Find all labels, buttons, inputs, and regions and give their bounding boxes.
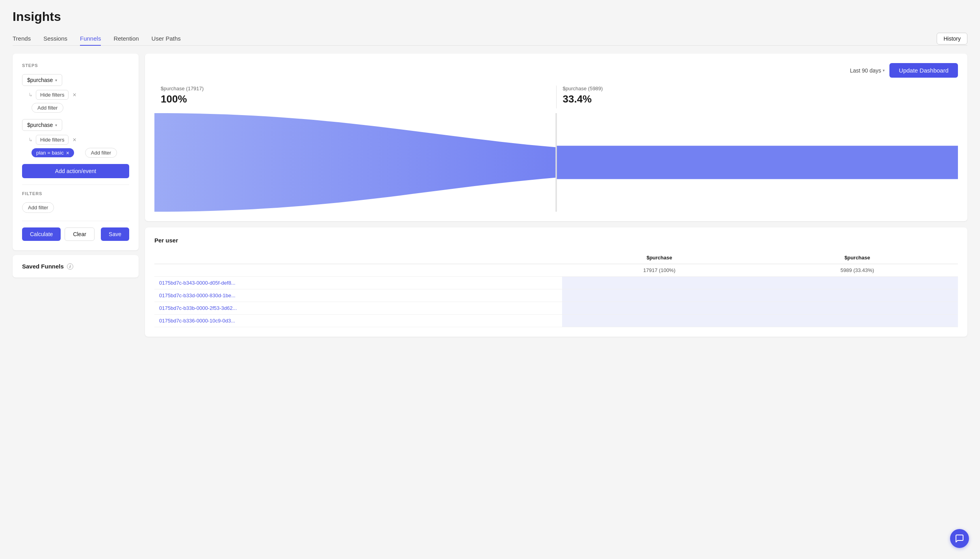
- row4-col1: [562, 315, 757, 327]
- saved-funnels-card: Saved Funnels i: [13, 255, 139, 278]
- divider-1: [22, 184, 129, 185]
- chart-card: Last 90 days ▾ Update Dashboard $purchas…: [145, 54, 967, 221]
- tab-sessions[interactable]: Sessions: [43, 32, 67, 46]
- per-user-title: Per user: [154, 237, 958, 244]
- row3-id[interactable]: 0175bd7c-b33b-0000-2f53-3d62...: [154, 302, 562, 315]
- steps-card: STEPS $purchase ▾ ↳ Hide filters × Add f…: [13, 54, 139, 250]
- clear-button[interactable]: Clear: [65, 227, 94, 241]
- steps-label: STEPS: [22, 63, 129, 68]
- calculate-button[interactable]: Calculate: [22, 227, 61, 241]
- table-row: 0175bd7c-b336-0000-10c9-0d3...: [154, 315, 958, 327]
- row2-col2: [757, 289, 958, 302]
- svg-rect-0: [556, 146, 958, 179]
- table-row: 0175bd7c-b343-0000-d05f-def8...: [154, 277, 958, 289]
- step2-hide-filters-button[interactable]: Hide filters: [36, 135, 69, 145]
- step-2: $purchase ▾ ↳ Hide filters × plan = basi…: [22, 119, 129, 158]
- step2-event-dropdown[interactable]: $purchase ▾: [22, 119, 62, 131]
- step1-hide-filters-button[interactable]: Hide filters: [36, 90, 69, 100]
- step-1: $purchase ▾ ↳ Hide filters × Add filter: [22, 74, 129, 113]
- col-purchase2-header: $purchase: [757, 252, 958, 264]
- step2-add-filter-button[interactable]: Add filter: [85, 148, 117, 158]
- row3-col1: [562, 302, 757, 315]
- add-filter-standalone-button[interactable]: Add filter: [22, 202, 54, 213]
- tab-user-paths[interactable]: User Paths: [152, 32, 181, 46]
- row3-col2: [757, 302, 958, 315]
- date-range-chevron-icon: ▾: [883, 68, 885, 73]
- row4-id[interactable]: 0175bd7c-b336-0000-10c9-0d3...: [154, 315, 562, 327]
- filters-section: FILTERS Add filter: [22, 191, 129, 213]
- col1-count: 17917 (100%): [562, 264, 757, 277]
- data-table: $purchase $purchase 17917 (100%) 5989 (3…: [154, 252, 958, 327]
- tab-funnels[interactable]: Funnels: [80, 32, 101, 46]
- funnel-step2-label: $purchase (5989): [563, 86, 952, 91]
- indent-icon: ↳: [28, 92, 33, 98]
- row2-id[interactable]: 0175bd7c-b33d-0000-830d-1be...: [154, 289, 562, 302]
- right-panel: Last 90 days ▾ Update Dashboard $purchas…: [145, 54, 967, 550]
- filter-tag-plan-basic: plan = basic ×: [32, 148, 74, 157]
- step1-add-filter-button[interactable]: Add filter: [32, 103, 63, 113]
- main-content: STEPS $purchase ▾ ↳ Hide filters × Add f…: [13, 54, 967, 550]
- step1-remove-button[interactable]: ×: [72, 91, 77, 99]
- save-button[interactable]: Save: [101, 227, 129, 241]
- step1-event-dropdown[interactable]: $purchase ▾: [22, 74, 62, 86]
- tab-retention[interactable]: Retention: [113, 32, 139, 46]
- row1-col2: [757, 277, 958, 289]
- left-panel: STEPS $purchase ▾ ↳ Hide filters × Add f…: [13, 54, 139, 550]
- indent-icon-2: ↳: [28, 137, 33, 143]
- table-count-row: 17917 (100%) 5989 (33.43%): [154, 264, 958, 277]
- table-row: 0175bd7c-b33b-0000-2f53-3d62...: [154, 302, 958, 315]
- chart-header: Last 90 days ▾ Update Dashboard: [154, 63, 958, 78]
- add-action-button[interactable]: Add action/event: [22, 164, 129, 178]
- filter-tag-remove-button[interactable]: ×: [66, 150, 69, 156]
- history-button[interactable]: History: [937, 33, 967, 45]
- data-table-card: Per user $purchase $purchase 17917 (100%…: [145, 227, 967, 337]
- funnel-svg-area: [154, 113, 958, 212]
- step2-remove-button[interactable]: ×: [72, 136, 77, 144]
- saved-funnels-title: Saved Funnels i: [22, 263, 129, 270]
- col-user-header: [154, 252, 562, 264]
- table-row: 0175bd7c-b33d-0000-830d-1be...: [154, 289, 958, 302]
- chevron-down-icon-2: ▾: [55, 123, 57, 127]
- col-purchase1-header: $purchase: [562, 252, 757, 264]
- row1-id[interactable]: 0175bd7c-b343-0000-d05f-def8...: [154, 277, 562, 289]
- tabs-left: Trends Sessions Funnels Retention User P…: [13, 32, 181, 45]
- table-header-row: $purchase $purchase: [154, 252, 958, 264]
- filters-label: FILTERS: [22, 191, 129, 196]
- table-body: 0175bd7c-b343-0000-d05f-def8... 0175bd7c…: [154, 277, 958, 327]
- funnel-step1-pct: 100%: [161, 93, 550, 105]
- chat-icon: [955, 534, 964, 543]
- chevron-down-icon: ▾: [55, 78, 57, 82]
- row2-col1: [562, 289, 757, 302]
- tab-trends[interactable]: Trends: [13, 32, 31, 46]
- row1-col1: [562, 277, 757, 289]
- date-range-selector[interactable]: Last 90 days ▾: [850, 67, 885, 74]
- row4-col2: [757, 315, 958, 327]
- col2-count: 5989 (33.43%): [757, 264, 958, 277]
- update-dashboard-button[interactable]: Update Dashboard: [889, 63, 958, 78]
- action-buttons: Calculate Clear Save: [22, 221, 129, 241]
- tabs-bar: Trends Sessions Funnels Retention User P…: [13, 32, 967, 46]
- step1-filter-row: ↳ Hide filters ×: [28, 90, 129, 100]
- funnel-chart: $purchase (17917) 100% $purchase (5989) …: [154, 86, 958, 212]
- info-icon: i: [67, 263, 73, 270]
- page-title: Insights: [13, 9, 967, 24]
- chat-fab-button[interactable]: [950, 529, 969, 548]
- funnel-step2-pct: 33.4%: [563, 93, 952, 105]
- step2-filter-row: ↳ Hide filters ×: [28, 135, 129, 145]
- funnel-step1-label: $purchase (17917): [161, 86, 550, 91]
